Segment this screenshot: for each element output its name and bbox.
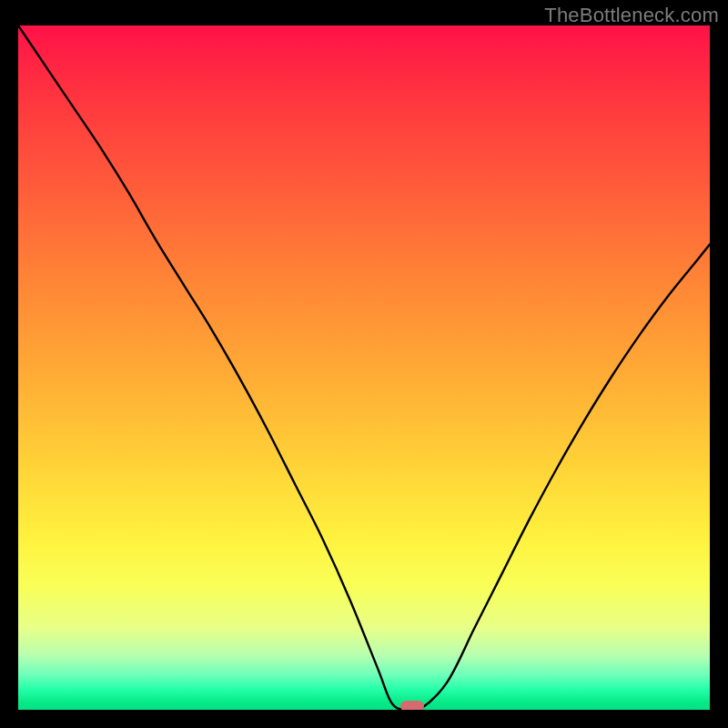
chart-frame: TheBottleneck.com [0, 0, 728, 728]
watermark-text: TheBottleneck.com [544, 4, 719, 27]
optimal-marker [400, 701, 424, 710]
curve-svg [18, 25, 710, 710]
bottleneck-curve [18, 25, 710, 710]
plot-area [18, 25, 710, 710]
